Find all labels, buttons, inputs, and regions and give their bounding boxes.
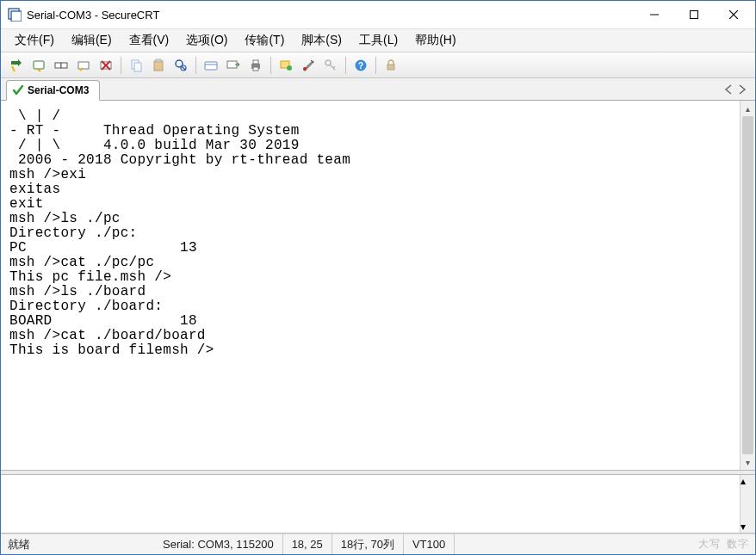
menu-transfer[interactable]: 传输(T) <box>238 29 291 52</box>
status-ready: 就绪 <box>8 534 154 554</box>
app-icon <box>8 8 22 22</box>
scroll-up-icon[interactable]: ▴ <box>741 101 755 116</box>
menu-help[interactable]: 帮助(H) <box>408 29 462 52</box>
svg-line-18 <box>182 66 185 70</box>
svg-rect-6 <box>34 61 44 69</box>
command-input-area: ▴ ▾ <box>1 475 755 533</box>
svg-rect-14 <box>134 63 141 71</box>
app-window: Serial-COM3 - SecureCRT 文件(F) 编辑(E) 查看(V… <box>0 0 756 555</box>
disconnect-icon[interactable] <box>73 55 94 76</box>
tab-prev-icon[interactable] <box>724 84 733 97</box>
menu-bar: 文件(F) 编辑(E) 查看(V) 选项(O) 传输(T) 脚本(S) 工具(L… <box>1 28 755 52</box>
toolbar-separator <box>375 57 376 74</box>
svg-point-27 <box>287 65 292 71</box>
status-cursor-pos: 18, 25 <box>283 534 332 554</box>
toolbar-separator <box>195 57 196 74</box>
toolbar-separator <box>345 57 346 74</box>
connected-check-icon <box>12 84 24 96</box>
tab-label: Serial-COM3 <box>28 84 89 96</box>
menu-options[interactable]: 选项(O) <box>179 29 234 52</box>
scroll-thumb[interactable] <box>742 116 753 454</box>
status-emulation: VT100 <box>404 534 455 554</box>
key-icon[interactable] <box>320 55 341 76</box>
maximize-button[interactable] <box>674 2 714 28</box>
svg-rect-3 <box>691 11 698 19</box>
session-options-icon[interactable] <box>201 55 221 76</box>
copy-icon[interactable] <box>126 55 146 76</box>
session-tab[interactable]: Serial-COM3 <box>6 80 100 101</box>
svg-rect-15 <box>154 61 163 71</box>
status-caps: 大写 <box>698 538 720 550</box>
settings-icon[interactable] <box>298 55 319 76</box>
svg-rect-8 <box>61 63 67 68</box>
status-connection: Serial: COM3, 115200 <box>154 534 283 554</box>
print-icon[interactable] <box>245 55 266 76</box>
help-icon[interactable]: ? <box>350 55 371 76</box>
menu-edit[interactable]: 编辑(E) <box>65 29 119 52</box>
scroll-down-icon[interactable]: ▾ <box>741 454 755 470</box>
svg-rect-20 <box>205 62 217 70</box>
paste-icon[interactable] <box>148 55 169 76</box>
input-scrollbar[interactable]: ▴ ▾ <box>740 475 755 533</box>
toolbar: ? <box>1 52 755 78</box>
menu-view[interactable]: 查看(V) <box>122 29 177 52</box>
svg-rect-34 <box>387 65 394 70</box>
toolbar-separator <box>270 57 271 74</box>
scroll-up-icon[interactable]: ▴ <box>741 475 755 487</box>
terminal-scrollbar[interactable]: ▴ ▾ <box>740 101 755 470</box>
menu-script[interactable]: 脚本(S) <box>294 29 349 52</box>
toolbar-separator <box>121 57 121 74</box>
command-input[interactable] <box>1 475 740 533</box>
svg-line-31 <box>333 66 335 68</box>
status-bar: 就绪 Serial: COM3, 115200 18, 25 18行, 70列 … <box>1 533 755 554</box>
svg-point-28 <box>303 67 307 71</box>
terminal-area: \ | / - RT - Thread Operating System / |… <box>1 101 755 470</box>
window-title: Serial-COM3 - SecureCRT <box>27 9 159 22</box>
svg-rect-9 <box>78 62 89 69</box>
svg-rect-24 <box>253 60 258 64</box>
session-manager-icon[interactable] <box>276 55 296 76</box>
find-icon[interactable] <box>170 55 191 76</box>
svg-rect-7 <box>55 63 61 68</box>
watermark: 大写 数字 <box>698 537 748 552</box>
send-icon[interactable] <box>223 55 244 76</box>
svg-rect-1 <box>11 11 22 22</box>
svg-text:?: ? <box>358 61 363 71</box>
close-button[interactable] <box>714 2 753 28</box>
tab-next-icon[interactable] <box>738 84 747 97</box>
svg-rect-25 <box>253 67 258 71</box>
menu-file[interactable]: 文件(F) <box>8 29 61 52</box>
reconnect-icon[interactable] <box>51 55 71 76</box>
status-num: 数字 <box>727 538 748 550</box>
status-rows-cols: 18行, 70列 <box>332 534 404 554</box>
lock-icon[interactable] <box>381 55 401 76</box>
tab-nav <box>724 84 750 100</box>
svg-rect-16 <box>156 59 161 62</box>
title-bar: Serial-COM3 - SecureCRT <box>1 1 755 28</box>
scroll-down-icon[interactable]: ▾ <box>741 521 755 533</box>
terminal-output[interactable]: \ | / - RT - Thread Operating System / |… <box>1 101 740 470</box>
delete-icon[interactable] <box>96 55 116 76</box>
connect-icon[interactable] <box>28 55 49 76</box>
tab-bar: Serial-COM3 <box>1 78 755 101</box>
menu-tools[interactable]: 工具(L) <box>352 29 405 52</box>
quick-connect-icon[interactable] <box>6 55 27 76</box>
minimize-button[interactable] <box>635 2 674 28</box>
scroll-track[interactable] <box>741 116 755 454</box>
